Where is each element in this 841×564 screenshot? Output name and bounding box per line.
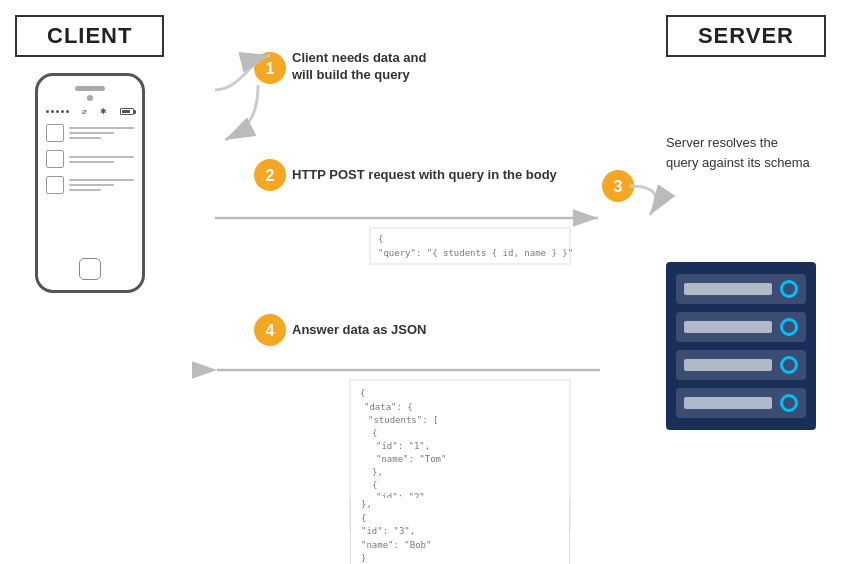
server-block: SERVER Server resolves the query against… bbox=[666, 15, 826, 430]
phone-mockup: ⌀ ✱ bbox=[35, 73, 145, 293]
server-resolves-text: Server resolves the query against its sc… bbox=[666, 133, 810, 172]
db-row-circle bbox=[780, 394, 798, 412]
bluetooth-icon: ✱ bbox=[100, 107, 107, 116]
phone-speaker bbox=[75, 86, 105, 91]
list-item bbox=[46, 150, 134, 168]
database-mockup bbox=[666, 262, 816, 430]
signal-dot bbox=[66, 110, 69, 113]
list-line bbox=[69, 161, 115, 163]
svg-point-4 bbox=[254, 159, 286, 191]
list-line bbox=[69, 184, 115, 186]
svg-text:HTTP POST request with query i: HTTP POST request with query in the body bbox=[292, 167, 558, 182]
svg-text:will build the query: will build the query bbox=[291, 67, 411, 82]
phone-home-button bbox=[79, 258, 101, 280]
svg-text:{: { bbox=[372, 428, 377, 438]
svg-text:"data": {: "data": { bbox=[364, 402, 413, 412]
svg-text:"query": "{ students { id, nam: "query": "{ students { id, name } }" bbox=[378, 248, 573, 258]
list-lines bbox=[69, 127, 134, 139]
svg-text:"name": "Tom": "name": "Tom" bbox=[376, 454, 446, 464]
server-header: SERVER bbox=[666, 15, 826, 73]
svg-text:Answer data as JSON: Answer data as JSON bbox=[292, 322, 426, 337]
phone-signal-dots bbox=[46, 110, 69, 113]
db-row-circle bbox=[780, 356, 798, 374]
server-label: SERVER bbox=[666, 15, 826, 57]
signal-dot bbox=[61, 110, 64, 113]
client-label: CLIENT bbox=[15, 15, 164, 57]
svg-point-11 bbox=[602, 170, 634, 202]
list-line bbox=[69, 127, 134, 129]
signal-dot bbox=[51, 110, 54, 113]
list-item bbox=[46, 124, 134, 142]
client-block: CLIENT ⌀ ✱ bbox=[15, 15, 164, 293]
list-line bbox=[69, 189, 102, 191]
svg-rect-8 bbox=[370, 228, 570, 264]
phone-battery bbox=[120, 108, 134, 115]
svg-text:3: 3 bbox=[614, 178, 623, 195]
db-row-bar bbox=[684, 397, 772, 409]
db-row bbox=[676, 274, 806, 304]
svg-text:"id": "1",: "id": "1", bbox=[376, 441, 430, 451]
list-lines bbox=[69, 179, 134, 191]
signal-dot bbox=[46, 110, 49, 113]
phone-list bbox=[46, 124, 134, 194]
list-thumbnail bbox=[46, 124, 64, 142]
db-row bbox=[676, 388, 806, 418]
svg-text:},: }, bbox=[372, 467, 383, 477]
list-item bbox=[46, 176, 134, 194]
svg-point-0 bbox=[254, 52, 286, 84]
db-row-circle bbox=[780, 280, 798, 298]
wifi-icon: ⌀ bbox=[82, 107, 87, 116]
list-line bbox=[69, 156, 134, 158]
svg-text:2: 2 bbox=[266, 167, 275, 184]
svg-text:4: 4 bbox=[266, 322, 275, 339]
phone-camera bbox=[87, 95, 93, 101]
db-row bbox=[676, 312, 806, 342]
diagram: CLIENT ⌀ ✱ bbox=[0, 0, 841, 564]
svg-text:{: { bbox=[360, 388, 365, 398]
svg-text:{: { bbox=[372, 480, 377, 490]
db-row-bar bbox=[684, 283, 772, 295]
list-lines bbox=[69, 156, 134, 163]
svg-text:1: 1 bbox=[266, 60, 275, 77]
svg-text:{: { bbox=[378, 234, 383, 244]
list-thumbnail bbox=[46, 150, 64, 168]
db-row-bar bbox=[684, 359, 772, 371]
signal-dot bbox=[56, 110, 59, 113]
db-row-bar bbox=[684, 321, 772, 333]
svg-text:Client needs data and: Client needs data and bbox=[292, 50, 426, 65]
db-row bbox=[676, 350, 806, 380]
list-line bbox=[69, 132, 115, 134]
db-row-circle bbox=[780, 318, 798, 336]
list-line bbox=[69, 137, 102, 139]
list-line bbox=[69, 179, 134, 181]
response-code-extra: }, { "id": "3", "name": "Bob" } ] }} bbox=[350, 498, 570, 564]
battery-fill bbox=[122, 110, 130, 114]
svg-point-13 bbox=[254, 314, 286, 346]
phone-status-bar: ⌀ ✱ bbox=[46, 107, 134, 116]
svg-text:"students": [: "students": [ bbox=[368, 415, 438, 425]
list-thumbnail bbox=[46, 176, 64, 194]
